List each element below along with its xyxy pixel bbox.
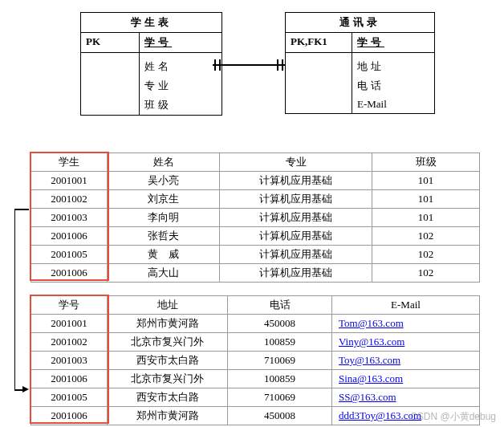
table-cell: 计算机应用基础 [220,227,372,246]
table-cell: 710069 [228,352,332,370]
table-cell: 2001005 [31,388,108,407]
table-cell: 2001002 [31,333,108,352]
table-cell: 张哲夫 [108,227,220,246]
table-cell: Tom@163.com [332,315,480,333]
erd-pk-label: PK [81,33,140,52]
table-row: 2001005黄 威计算机应用基础102 [31,246,480,264]
table-cell: Toy@163.com [332,352,480,370]
table-cell: 102 [372,227,480,246]
fk-arrow-src [14,209,29,210]
table-cell: 2001003 [31,352,108,370]
table-cell: 2001006 [31,370,108,388]
col-header: 专业 [220,153,372,172]
table-cell: 2001005 [31,246,108,264]
table-row: 2001002北京市复兴门外100859Viny@163.com [31,333,480,352]
students-table: 学生 姓名 专业 班级 2001001吴小亮计算机应用基础1012001002刘… [30,152,480,283]
erd-diagram: 学生表 PK 学号 姓名 专业 班级 通讯录 PK,FK1 学号 地址 电话 E… [8,8,496,136]
table-cell: 吴小亮 [108,172,220,190]
table-cell: 北京市复兴门外 [108,370,228,388]
email-link[interactable]: Toy@163.com [339,354,400,366]
table-row: 2001006高大山计算机应用基础102 [31,264,480,283]
erd-attr: 专业 [140,76,222,96]
table-cell: 101 [372,172,480,190]
relationship-connector [213,64,285,66]
table-cell: SS@163.com [332,388,480,407]
col-header: 电话 [228,296,332,315]
table-row: 2001003西安市太白路710069Toy@163.com [31,352,480,370]
table-cell: 郑州市黄河路 [108,407,228,425]
table-cell: 李向明 [108,209,220,227]
data-tables-area: 学生 姓名 专业 班级 2001001吴小亮计算机应用基础1012001002刘… [8,152,496,425]
erd-pk-field: 学号 [140,33,222,52]
table-row: 2001005西安市太白路710069SS@163.com [31,388,480,407]
table-cell: 2001001 [31,315,108,333]
table-cell: 西安市太白路 [108,388,228,407]
table-cell: 100859 [228,333,332,352]
erd-entity-student: 学生表 PK 学号 姓名 专业 班级 [80,12,222,116]
table-cell: Viny@163.com [332,333,480,352]
table-cell: 计算机应用基础 [220,172,372,190]
table-row: 2001006张哲夫计算机应用基础102 [31,227,480,246]
col-header: 姓名 [108,153,220,172]
table-cell: 西安市太白路 [108,352,228,370]
erd-attr: 班级 [140,96,222,115]
table-cell: 计算机应用基础 [220,190,372,209]
erd-title: 学生表 [81,13,222,33]
table-cell: 2001006 [31,227,108,246]
table-cell: 郑州市黄河路 [108,315,228,333]
table-cell: 710069 [228,388,332,407]
col-header: 班级 [372,153,480,172]
table-cell: 北京市复兴门外 [108,333,228,352]
contacts-table: 学号 地址 电话 E-Mail 2001001郑州市黄河路450008Tom@1… [30,295,480,425]
col-header: 学生 [31,153,108,172]
table-cell: 450008 [228,315,332,333]
fk-arrow-line [14,209,26,389]
table-cell: 计算机应用基础 [220,246,372,264]
col-header: 地址 [108,296,228,315]
table-cell: 2001002 [31,190,108,209]
erd-pk-field: 学号 [352,33,434,52]
table-cell: 100859 [228,370,332,388]
fk-arrow-head [22,386,29,392]
table-row: 2001006北京市复兴门外100859Sina@163.com [31,370,480,388]
table-cell: 2001003 [31,209,108,227]
table-cell: Sina@163.com [332,370,480,388]
erd-entity-contacts: 通讯录 PK,FK1 学号 地址 电话 E-Mail [285,12,435,114]
table-cell: 101 [372,190,480,209]
watermark: CSDN @小黄debug [410,410,496,424]
table-cell: 高大山 [108,264,220,283]
email-link[interactable]: ddd3Toy@163.com [339,409,421,421]
table-row: 2001002刘京生计算机应用基础101 [31,190,480,209]
erd-attr: E-Mail [352,96,434,113]
table-row: 2001003李向明计算机应用基础101 [31,209,480,227]
table-cell: 450008 [228,407,332,425]
table-cell: 黄 威 [108,246,220,264]
table-row: 2001001郑州市黄河路450008Tom@163.com [31,315,480,333]
erd-pk-label: PK,FK1 [286,33,352,52]
table-cell: 101 [372,209,480,227]
col-header: E-Mail [332,296,480,315]
erd-attr: 电话 [352,76,434,96]
email-link[interactable]: Sina@163.com [339,372,403,384]
table-cell: 计算机应用基础 [220,209,372,227]
erd-attr: 地址 [352,53,434,76]
erd-title: 通讯录 [286,13,434,33]
erd-attr: 姓名 [140,53,222,76]
table-cell: 102 [372,264,480,283]
table-cell: 2001001 [31,172,108,190]
table-cell: 刘京生 [108,190,220,209]
col-header: 学号 [31,296,108,315]
table-cell: 计算机应用基础 [220,264,372,283]
table-cell: 102 [372,246,480,264]
email-link[interactable]: Viny@163.com [339,336,404,348]
table-cell: 2001006 [31,264,108,283]
email-link[interactable]: Tom@163.com [339,317,404,329]
email-link[interactable]: SS@163.com [339,391,396,403]
table-cell: 2001006 [31,407,108,425]
table-row: 2001001吴小亮计算机应用基础101 [31,172,480,190]
